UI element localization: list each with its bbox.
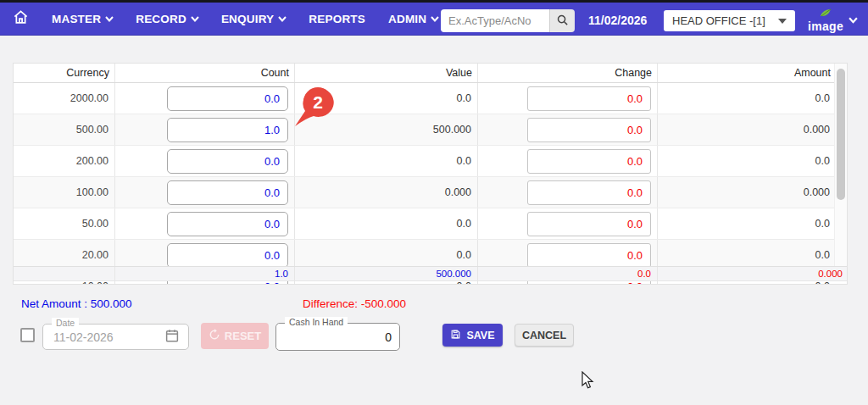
table-row: 50.000.00.0 [14, 208, 836, 240]
amount-cell: 0.0 [658, 208, 836, 239]
table-row: 2000.000.00.0 [14, 83, 836, 114]
change-input[interactable] [527, 180, 651, 205]
change-input[interactable] [527, 243, 651, 268]
search-button[interactable] [549, 9, 575, 32]
cash-in-hand-input[interactable] [276, 324, 399, 350]
currency-cell: 100.00 [14, 177, 115, 208]
count-input[interactable] [167, 86, 288, 111]
change-cell [478, 177, 658, 208]
chevron-down-icon [191, 16, 198, 21]
date-enable-checkbox[interactable] [20, 328, 35, 342]
save-icon [450, 329, 461, 342]
table-row: 500.00500.0000.000 [14, 114, 836, 146]
menu-reports-label: REPORTS [309, 13, 365, 25]
menu-reports[interactable]: REPORTS [309, 13, 365, 25]
totals-amount: 0.000 [658, 267, 848, 280]
logo-text: image [808, 20, 843, 32]
change-cell [478, 114, 658, 145]
menu-record[interactable]: RECORD [136, 13, 198, 25]
account-search-input[interactable] [441, 9, 549, 32]
count-cell [115, 83, 295, 114]
date-field[interactable]: Date 11-02-2026 [42, 324, 189, 350]
menu-admin[interactable]: ADMIN [388, 13, 438, 25]
search-icon [556, 14, 569, 29]
change-input[interactable] [527, 118, 651, 142]
change-cell [478, 146, 658, 176]
table-scrollbar[interactable] [834, 64, 847, 267]
currency-cell: 500.00 [14, 114, 115, 145]
chevron-down-icon [278, 16, 286, 21]
count-cell [115, 208, 295, 239]
count-input[interactable] [167, 243, 288, 268]
header-currency: Currency [14, 64, 115, 82]
value-cell: 0.0 [295, 146, 478, 176]
difference-text: Difference: -500.000 [303, 297, 406, 310]
menu-record-label: RECORD [136, 13, 186, 25]
table-header-row: Currency Count Value Change Amount [14, 64, 836, 83]
chevron-down-icon [105, 16, 113, 21]
change-input[interactable] [527, 212, 651, 236]
value-cell: 0.0 [295, 83, 478, 114]
header-change: Change [478, 64, 658, 82]
menu-master-label: MASTER [52, 13, 101, 25]
change-input[interactable] [527, 86, 651, 111]
save-button[interactable]: SAVE [442, 324, 503, 347]
table-row: 200.000.00.0 [14, 146, 836, 177]
totals-row: 1.0 500.000 0.0 0.000 [14, 266, 848, 281]
count-input[interactable] [167, 118, 288, 142]
cancel-label: CANCEL [522, 330, 566, 341]
change-input[interactable] [527, 149, 651, 174]
logo-leaf-icon [820, 6, 832, 19]
caret-down-icon [778, 19, 787, 24]
branch-select[interactable]: HEAD OFFICE -[1] [664, 10, 795, 31]
currency-cell: 200.00 [14, 146, 115, 176]
branch-select-value: HEAD OFFICE -[1] [672, 14, 765, 27]
scrollbar-thumb[interactable] [837, 69, 845, 200]
count-cell [115, 177, 295, 208]
home-button[interactable] [13, 9, 29, 29]
header-count: Count [115, 64, 295, 82]
date-field-label: Date [52, 318, 79, 328]
cancel-button[interactable]: CANCEL [515, 324, 574, 347]
chevron-down-icon [849, 12, 858, 27]
system-date: 11/02/2026 [588, 14, 647, 27]
reset-button[interactable]: RESET [201, 323, 269, 349]
amount-cell: 0.000 [658, 177, 836, 208]
totals-value: 500.000 [295, 267, 478, 280]
header-value: Value [295, 64, 478, 82]
menu-master[interactable]: MASTER [52, 13, 113, 25]
cash-in-hand-label: Cash In Hand [285, 317, 348, 327]
amount-cell: 0.0 [658, 83, 836, 114]
menu-enquiry[interactable]: ENQUIRY [221, 13, 286, 25]
header-amount: Amount [658, 64, 836, 82]
profile-menu[interactable]: image [808, 6, 858, 32]
mouse-cursor [581, 371, 595, 393]
currency-cell: 50.00 [14, 208, 115, 239]
value-cell: 0.000 [295, 177, 478, 208]
amount-cell: 0.000 [658, 114, 836, 145]
totals-change: 0.0 [478, 267, 658, 280]
table-row: 100.000.0000.000 [14, 177, 836, 208]
value-cell: 0.0 [295, 208, 478, 239]
cash-in-hand-field[interactable]: Cash In Hand [275, 323, 400, 351]
calendar-icon[interactable] [164, 328, 180, 347]
date-field-value: 11-02-2026 [53, 330, 114, 344]
change-cell [478, 83, 658, 114]
count-input[interactable] [167, 180, 288, 205]
top-navbar: MASTER RECORD ENQUIRY REPORTS ADMIN SHAR… [0, 0, 868, 36]
net-amount-text: Net Amount : 500.000 [21, 297, 132, 310]
menu-enquiry-label: ENQUIRY [221, 13, 274, 25]
currency-cell: 2000.00 [14, 83, 115, 114]
reset-label: RESET [225, 330, 261, 342]
amount-cell: 0.0 [658, 146, 836, 176]
value-cell: 500.000 [295, 114, 478, 145]
count-cell [115, 146, 295, 176]
reset-icon [209, 329, 220, 343]
count-cell [115, 114, 295, 145]
change-cell [478, 208, 658, 239]
count-input[interactable] [167, 212, 288, 236]
totals-count: 1.0 [115, 267, 295, 280]
save-label: SAVE [466, 330, 494, 341]
count-input[interactable] [167, 149, 288, 174]
totals-spacer [14, 267, 115, 280]
